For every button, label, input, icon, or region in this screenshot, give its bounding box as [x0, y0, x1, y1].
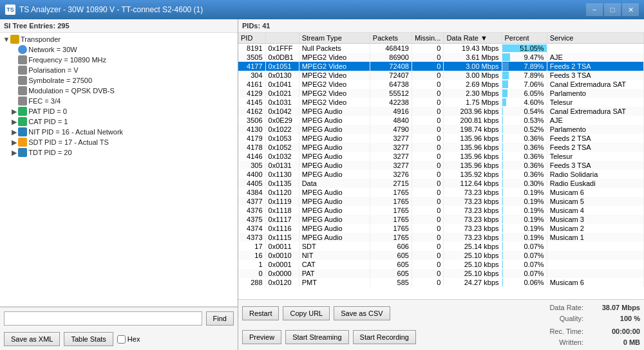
tree-item[interactable]: Frequency = 10890 MHz — [0, 55, 238, 65]
tree-expand-icon[interactable]: ▶ — [10, 128, 18, 136]
table-stats-button[interactable]: Table Stats — [64, 332, 113, 346]
col-header-pid[interactable]: PID — [238, 33, 265, 44]
table-row[interactable]: 4384 0x1120 MPEG Audio 1765 0 73.23 kbps… — [238, 188, 644, 197]
tree-expand-icon[interactable] — [10, 97, 18, 105]
col-header-service[interactable]: Service — [547, 33, 643, 44]
cell-pid: 4146 — [238, 152, 265, 161]
tree-item-icon — [18, 117, 27, 126]
table-row[interactable]: 17 0x0011 SDT 606 0 25.14 kbps 0.07% — [238, 242, 644, 251]
tree-item[interactable]: ▶TDT PID = 20 — [0, 147, 238, 158]
col-header-datarate[interactable]: Data Rate ▼ — [444, 33, 502, 44]
table-row[interactable]: 4375 0x1117 MPEG Audio 1765 0 73.23 kbps… — [238, 215, 644, 224]
cell-service: Musicam 5 — [547, 197, 643, 206]
tree-item[interactable]: ▶NIT PID = 16 - Actual Network — [0, 127, 238, 137]
cell-service — [547, 251, 643, 260]
table-row[interactable]: 1 0x0001 CAT 605 0 25.10 kbps 0.07% — [238, 260, 644, 269]
table-row[interactable]: 4178 0x1052 MPEG Audio 3277 0 135.96 kbp… — [238, 143, 644, 152]
table-row[interactable]: 305 0x0131 MPEG Audio 3277 0 135.96 kbps… — [238, 161, 644, 170]
table-row[interactable]: 4405 0x1135 Data 2715 0 112.64 kbps 0.30… — [238, 179, 644, 188]
restart-button[interactable]: Restart — [242, 306, 279, 320]
table-row[interactable]: 4373 0x1115 MPEG Audio 1765 0 73.23 kbps… — [238, 233, 644, 242]
close-button[interactable]: ✕ — [622, 3, 639, 16]
col-header-type[interactable]: Stream Type — [299, 33, 370, 44]
table-row[interactable]: 4179 0x1053 MPEG Audio 3277 0 135.96 kbp… — [238, 134, 644, 143]
cell-percent: 0.53% — [502, 116, 547, 125]
tree-expand-icon[interactable] — [10, 87, 18, 95]
cell-packets: 64738 — [370, 80, 412, 89]
table-row[interactable]: 4161 0x1041 MPEG2 Video 64738 0 2.69 Mbp… — [238, 80, 644, 89]
data-rate-value: 38.07 Mbps — [589, 302, 640, 313]
tree-expand-icon[interactable] — [10, 66, 18, 74]
minimize-button[interactable]: − — [586, 3, 603, 16]
table-row[interactable]: 4162 0x1042 MPEG Audio 4916 0 203.96 kbp… — [238, 107, 644, 116]
tree-expand-icon[interactable]: ▶ — [10, 149, 18, 157]
pid-table-container[interactable]: PID Stream Type Packets Missin... Data R… — [238, 33, 644, 299]
tree-item[interactable]: Polarisation = V — [0, 65, 238, 75]
table-row[interactable]: 3506 0x0E29 MPEG Audio 4840 0 200.81 kbp… — [238, 116, 644, 125]
cell-datarate: 25.10 kbps — [444, 251, 502, 260]
cell-pid: 305 — [238, 161, 265, 170]
tree-item[interactable]: Modulation = QPSK DVB-S — [0, 86, 238, 96]
table-row[interactable]: 3505 0x0DB1 MPEG2 Video 86900 0 3.61 Mbp… — [238, 53, 644, 62]
tree-expand-icon[interactable] — [10, 77, 18, 84]
col-header-packets[interactable]: Packets — [370, 33, 412, 44]
tree-item[interactable]: FEC = 3/4 — [0, 96, 238, 106]
maximize-button[interactable]: □ — [604, 3, 621, 16]
cell-service: Radio Solidaria — [547, 170, 643, 179]
cell-type: MPEG Audio — [299, 206, 370, 215]
tree-expand-icon[interactable]: ▼ — [3, 35, 10, 43]
tree-item[interactable]: ▶SDT PID = 17 - Actual TS — [0, 137, 238, 147]
si-tree[interactable]: ▼Transponder Network = 30W Frequency = 1… — [0, 33, 238, 306]
table-row[interactable]: 304 0x0130 MPEG2 Video 72407 0 3.00 Mbps… — [238, 71, 644, 80]
save-csv-button[interactable]: Save as CSV — [334, 306, 390, 320]
table-row[interactable]: 4377 0x1119 MPEG Audio 1765 0 73.23 kbps… — [238, 197, 644, 206]
cell-hex: 0x0131 — [265, 161, 299, 170]
copy-url-button[interactable]: Copy URL — [283, 306, 330, 320]
tree-item[interactable]: Network = 30W — [0, 44, 238, 55]
col-header-hex[interactable] — [265, 33, 299, 44]
hex-checkbox-label[interactable]: Hex — [117, 335, 140, 344]
save-xml-button[interactable]: Save as XML — [4, 332, 60, 346]
bottom-row-1: Restart Copy URL Save as CSV Data Rate: … — [242, 302, 640, 324]
tree-indent — [3, 66, 10, 74]
table-row[interactable]: 0 0x0000 PAT 605 0 25.10 kbps 0.07% — [238, 269, 644, 278]
table-row[interactable]: 4376 0x1118 MPEG Audio 1765 0 73.23 kbps… — [238, 206, 644, 215]
tree-expand-icon[interactable] — [10, 56, 18, 64]
table-row[interactable]: 8191 0x1FFF Null Packets 468419 0 19.43 … — [238, 44, 644, 53]
cell-datarate: 2.30 Mbps — [444, 89, 502, 98]
find-button[interactable]: Find — [206, 311, 234, 326]
cell-packets: 468419 — [370, 44, 412, 53]
tree-expand-icon[interactable]: ▶ — [10, 138, 18, 147]
tree-item[interactable]: ▶CAT PID = 1 — [0, 116, 238, 127]
tree-expand-icon[interactable]: ▶ — [10, 107, 18, 116]
tree-item[interactable]: ▼Transponder — [0, 34, 238, 44]
cell-type: MPEG2 Video — [299, 98, 370, 107]
tree-expand-icon[interactable] — [10, 46, 18, 53]
cell-missing: 0 — [412, 170, 443, 179]
table-row[interactable]: 4130 0x1022 MPEG Audio 4790 0 198.74 kbp… — [238, 125, 644, 134]
left-panel: SI Tree Entries: 295 ▼Transponder Networ… — [0, 19, 238, 350]
col-header-percent[interactable]: Percent — [502, 33, 547, 44]
cell-type: MPEG Audio — [299, 233, 370, 242]
cell-service: Feeds 2 TSA — [547, 62, 643, 71]
table-row[interactable]: 4374 0x1116 MPEG Audio 1765 0 73.23 kbps… — [238, 224, 644, 233]
search-input[interactable] — [4, 311, 202, 326]
table-row[interactable]: 4400 0x1130 MPEG Audio 3276 0 135.92 kbp… — [238, 170, 644, 179]
table-row[interactable]: 288 0x0120 PMT 585 0 24.27 kbps 0.06% Mu… — [238, 278, 644, 287]
col-header-missing[interactable]: Missin... — [412, 33, 443, 44]
cell-missing: 0 — [412, 242, 443, 251]
hex-checkbox[interactable] — [117, 335, 126, 344]
table-row[interactable]: 16 0x0010 NIT 605 0 25.10 kbps 0.07% — [238, 251, 644, 260]
start-recording-button[interactable]: Start Recording — [353, 330, 416, 344]
cell-datarate: 73.23 kbps — [444, 215, 502, 224]
window-title: TS Analyzer - 30W 10890 V - TT-connect S… — [19, 5, 586, 14]
tree-item[interactable]: ▶PAT PID = 0 — [0, 106, 238, 116]
start-streaming-button[interactable]: Start Streaming — [285, 330, 348, 344]
preview-button[interactable]: Preview — [242, 330, 281, 344]
tree-item[interactable]: Symbolrate = 27500 — [0, 75, 238, 86]
table-row[interactable]: 4146 0x1032 MPEG Audio 3277 0 135.96 kbp… — [238, 152, 644, 161]
table-row[interactable]: 4129 0x1021 MPEG2 Video 55512 0 2.30 Mbp… — [238, 89, 644, 98]
table-row[interactable]: 4145 0x1031 MPEG2 Video 42238 0 1.75 Mbp… — [238, 98, 644, 107]
tree-expand-icon[interactable]: ▶ — [10, 118, 18, 126]
table-row[interactable]: 4177 0x1051 MPEG2 Video 72408 0 3.00 Mbp… — [238, 62, 644, 71]
